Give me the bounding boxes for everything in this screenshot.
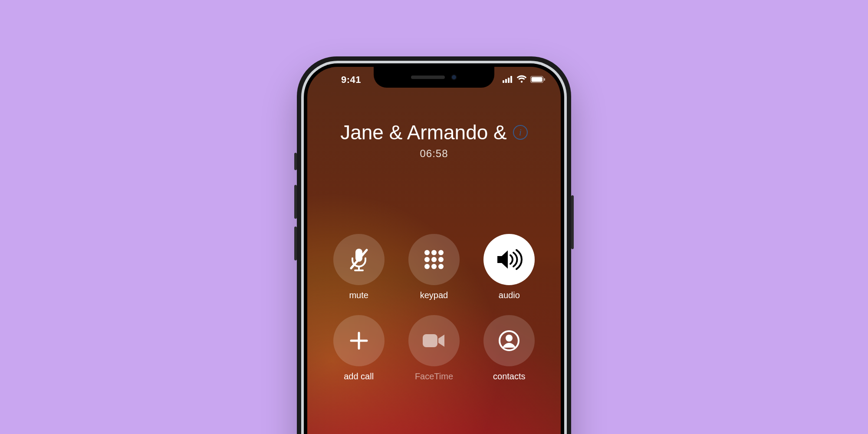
speaker-icon [496, 249, 523, 270]
svg-point-15 [431, 257, 437, 262]
svg-rect-1 [505, 79, 507, 83]
status-bar: 9:41 [307, 67, 561, 93]
add-call-button[interactable]: add call [333, 315, 385, 381]
keypad-icon [423, 248, 445, 271]
battery-icon [530, 74, 545, 85]
add-call-label: add call [344, 372, 374, 381]
svg-point-12 [431, 250, 437, 255]
plus-icon [349, 330, 369, 351]
svg-rect-22 [423, 334, 437, 347]
svg-point-13 [438, 250, 444, 255]
phone-screen: 9:41 [307, 67, 561, 434]
mute-label: mute [349, 290, 368, 300]
svg-point-17 [424, 264, 430, 269]
power-button[interactable] [571, 195, 574, 249]
cellular-icon [503, 74, 513, 85]
svg-point-14 [424, 257, 430, 262]
contacts-icon [498, 329, 520, 352]
svg-rect-5 [532, 77, 542, 82]
svg-rect-2 [508, 78, 510, 83]
video-icon [422, 332, 446, 349]
svg-point-19 [438, 264, 444, 269]
keypad-label: keypad [420, 290, 448, 300]
volume-up-button[interactable] [294, 185, 297, 219]
svg-rect-3 [510, 76, 512, 83]
silence-switch[interactable] [294, 153, 297, 170]
audio-label: audio [499, 290, 520, 300]
mute-icon [347, 247, 371, 272]
facetime-button[interactable]: FaceTime [408, 315, 460, 381]
keypad-button[interactable]: keypad [408, 234, 460, 300]
facetime-label: FaceTime [415, 372, 453, 381]
svg-point-11 [424, 250, 430, 255]
status-time: 9:41 [323, 74, 379, 85]
svg-point-24 [506, 335, 513, 342]
info-button[interactable]: i [513, 125, 528, 140]
mute-button[interactable]: mute [333, 234, 385, 300]
contacts-label: contacts [493, 372, 525, 381]
svg-point-16 [438, 257, 444, 262]
svg-point-18 [431, 264, 437, 269]
caller-name: Jane & Armando & [340, 121, 507, 144]
volume-down-button[interactable] [294, 227, 297, 260]
svg-rect-6 [544, 78, 545, 81]
call-header: Jane & Armando & i 06:58 [307, 121, 561, 160]
wifi-icon [516, 74, 527, 85]
call-actions: mute keypad [330, 234, 538, 381]
svg-rect-0 [503, 80, 504, 83]
phone-frame: 9:41 [297, 56, 571, 434]
call-duration: 06:58 [307, 148, 561, 160]
contacts-button[interactable]: contacts [483, 315, 535, 381]
audio-button[interactable]: audio [483, 234, 535, 300]
